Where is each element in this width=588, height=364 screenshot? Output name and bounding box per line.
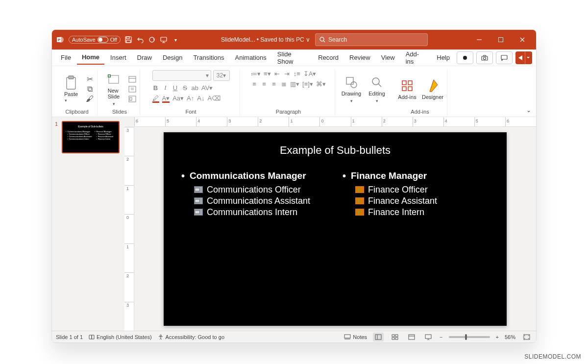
tab-home[interactable]: Home [77, 50, 104, 65]
font-size-combobox[interactable]: 32 ▾ [213, 70, 230, 81]
accessibility-status[interactable]: Accessibility: Good to go [158, 334, 224, 340]
strikethrough-button[interactable]: S [182, 84, 189, 92]
zoom-slider[interactable] [449, 336, 490, 338]
tab-animations[interactable]: Animations [230, 51, 271, 64]
qat-dropdown-icon[interactable]: ▾ [172, 36, 179, 44]
slide-right-column[interactable]: Finance Manager Finance Officer Finance … [343, 170, 489, 218]
zoom-level[interactable]: 56% [505, 334, 515, 340]
thumbnail-panel[interactable]: 1 Example of Sub-bullets Communications … [52, 117, 124, 331]
svg-point-10 [463, 56, 467, 60]
section-icon[interactable] [128, 95, 137, 103]
notes-button[interactable]: Notes [344, 334, 367, 340]
editing-button[interactable]: Editing [366, 75, 388, 103]
slide-count[interactable]: Slide 1 of 1 [56, 334, 83, 340]
new-slide-button[interactable]: New Slide [102, 72, 125, 106]
zoom-out-button[interactable]: − [440, 334, 442, 340]
svg-point-12 [484, 57, 486, 59]
cut-icon[interactable]: ✂ [85, 75, 94, 83]
autosave-toggle[interactable]: AutoSave Off [69, 36, 121, 44]
change-case-button[interactable]: Aa▾ [172, 95, 184, 102]
align-left-button[interactable]: ≡ [251, 80, 258, 88]
italic-button[interactable]: I [162, 84, 169, 92]
document-title[interactable]: SlideModel... • Saved to this PC ∨ [221, 36, 310, 43]
sorter-view-button[interactable] [390, 333, 400, 341]
line-spacing-button[interactable]: ↕≡ [294, 70, 300, 77]
clear-formatting-button[interactable]: A⌫ [207, 95, 220, 102]
tab-file[interactable]: File [56, 51, 76, 64]
record-button[interactable] [457, 51, 473, 64]
align-center-button[interactable]: ≡ [261, 80, 268, 88]
tab-review[interactable]: Review [344, 51, 375, 64]
reading-view-button[interactable] [406, 333, 417, 341]
minimize-button[interactable] [469, 30, 489, 49]
addins-button[interactable]: Add-ins [396, 78, 418, 100]
comments-button[interactable] [496, 51, 513, 64]
save-icon[interactable] [124, 36, 132, 44]
designer-button[interactable]: Designer [421, 78, 444, 100]
redo-icon[interactable] [148, 36, 156, 44]
maximize-button[interactable] [491, 30, 511, 49]
camera-button[interactable] [476, 51, 493, 64]
align-right-button[interactable]: ≡ [270, 80, 277, 88]
font-name-combobox[interactable]: ▾ [152, 70, 211, 81]
highlight-button[interactable]: 🖊 [152, 95, 159, 102]
svg-rect-43 [375, 335, 381, 340]
slide-left-column[interactable]: Communications Manager Communications Of… [181, 170, 328, 218]
tab-help[interactable]: Help [432, 51, 455, 64]
character-spacing-button[interactable]: AV▾ [201, 84, 213, 92]
indent-decrease-button[interactable]: ⇤ [274, 70, 281, 77]
columns-button[interactable]: ▥▾ [290, 80, 299, 88]
share-button[interactable] [515, 51, 532, 64]
undo-icon[interactable] [136, 36, 144, 44]
font-color-button[interactable]: A▾ [162, 95, 170, 102]
tab-view[interactable]: View [376, 51, 400, 64]
align-text-button[interactable]: [≡]▾ [302, 80, 313, 88]
slide-1[interactable]: Example of Sub-bullets Communications Ma… [164, 132, 507, 326]
svg-rect-13 [501, 55, 507, 59]
language-status[interactable]: English (United States) [89, 334, 152, 340]
tab-addins[interactable]: Add-ins [401, 48, 431, 68]
grow-font-button[interactable]: A↑ [187, 95, 194, 102]
tab-slide-show[interactable]: Slide Show [272, 48, 312, 68]
present-icon[interactable] [160, 36, 168, 44]
underline-button[interactable]: U [172, 84, 179, 92]
paste-button[interactable]: Paste [60, 75, 82, 103]
bold-button[interactable]: B [152, 84, 159, 92]
tab-record[interactable]: Record [313, 51, 343, 64]
ribbon-collapse-icon[interactable]: ⌄ [526, 107, 531, 114]
search-input[interactable]: Search [315, 33, 428, 46]
normal-view-button[interactable] [373, 333, 384, 341]
svg-rect-47 [395, 338, 398, 340]
zoom-in-button[interactable]: + [496, 334, 499, 340]
slide-thumbnail-1[interactable]: Example of Sub-bullets Communications Ma… [62, 121, 120, 153]
text-direction-button[interactable]: ↧A▾ [303, 70, 317, 77]
svg-rect-4 [126, 37, 129, 39]
format-painter-icon[interactable]: 🖌 [85, 95, 94, 103]
slide-title[interactable]: Example of Sub-bullets [181, 144, 489, 157]
shadow-button[interactable]: ab [192, 84, 198, 92]
bullet-sub: Finance Assistant [343, 196, 489, 206]
smartart-button[interactable]: ⌘▾ [316, 80, 326, 88]
group-label-slides: Slides [112, 108, 127, 115]
numbering-button[interactable]: ≡▾ [264, 70, 271, 77]
group-label-font: Font [185, 108, 196, 115]
layout-icon[interactable] [128, 75, 137, 83]
bullet-sub: Communications Assistant [181, 196, 328, 206]
reset-icon[interactable] [128, 85, 137, 93]
tab-insert[interactable]: Insert [105, 51, 131, 64]
fit-window-button[interactable] [521, 333, 532, 341]
justify-button[interactable]: ≣ [280, 80, 287, 88]
slideshow-view-button[interactable] [423, 333, 434, 341]
search-placeholder: Search [328, 36, 347, 43]
powerpoint-window: P AutoSave Off ▾ SlideModel... • Saved t… [51, 29, 537, 343]
indent-increase-button[interactable]: ⇥ [284, 70, 291, 77]
tab-design[interactable]: Design [158, 51, 187, 64]
shrink-font-button[interactable]: A↓ [197, 95, 204, 102]
copy-icon[interactable]: ⧉ [85, 85, 94, 93]
close-button[interactable] [513, 30, 532, 49]
drawing-button[interactable]: Drawing [340, 75, 363, 103]
slide-canvas[interactable]: Example of Sub-bullets Communications Ma… [134, 127, 536, 331]
tab-draw[interactable]: Draw [132, 51, 157, 64]
tab-transitions[interactable]: Transitions [188, 51, 229, 64]
bullets-button[interactable]: ≔▾ [251, 70, 261, 77]
